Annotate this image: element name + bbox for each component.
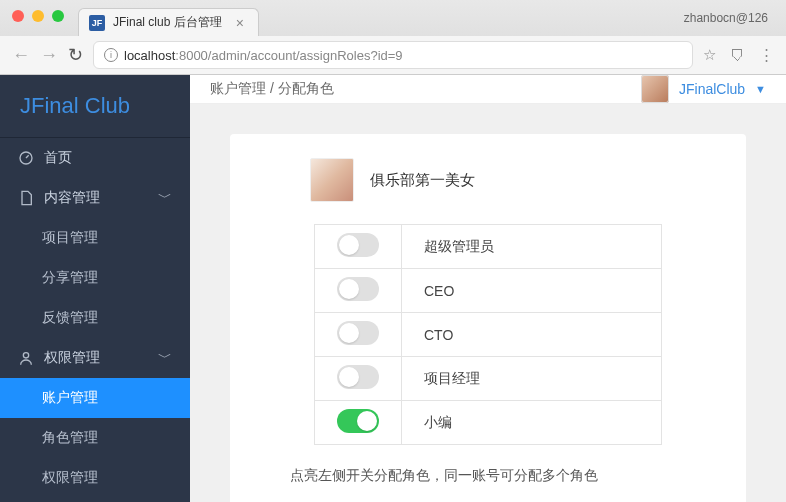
role-name: CTO (424, 327, 453, 343)
url-path: :8000/admin/account/assignRoles?id=9 (175, 48, 402, 63)
sidebar-item-shares[interactable]: 分享管理 (0, 258, 190, 298)
role-row: 项目经理 (315, 357, 662, 401)
header-user-menu[interactable]: JFinalClub ▼ (641, 75, 766, 103)
roles-table: 超级管理员CEOCTO项目经理小编 (314, 224, 662, 445)
avatar (310, 158, 354, 202)
hint-text: 点亮左侧开关分配角色，同一账号可分配多个角色 (290, 467, 696, 485)
browser-profile-text[interactable]: zhanbocn@126 (684, 11, 776, 25)
sidebar-item-label: 角色管理 (42, 429, 98, 447)
header-username: JFinalClub (679, 81, 745, 97)
address-bar[interactable]: i localhost:8000/admin/account/assignRol… (93, 41, 693, 69)
sidebar-item-roles[interactable]: 角色管理 (0, 418, 190, 458)
sidebar-item-label: 反馈管理 (42, 309, 98, 327)
document-icon (18, 190, 34, 206)
sidebar-item-label: 权限管理 (42, 469, 98, 487)
breadcrumb: 账户管理 / 分配角色 (210, 80, 334, 98)
sidebar-item-label: 内容管理 (44, 189, 100, 207)
role-name: 项目经理 (424, 370, 480, 386)
dashboard-icon (18, 150, 34, 166)
role-switch[interactable] (337, 277, 379, 301)
site-info-icon[interactable]: i (104, 48, 118, 62)
reload-button[interactable]: ↻ (68, 44, 83, 66)
role-switch[interactable] (337, 233, 379, 257)
sidebar-item-label: 项目管理 (42, 229, 98, 247)
sidebar-item-projects[interactable]: 项目管理 (0, 218, 190, 258)
sidebar-item-label: 分享管理 (42, 269, 98, 287)
role-switch[interactable] (337, 409, 379, 433)
back-button[interactable]: ← (12, 45, 30, 66)
minimize-window-icon[interactable] (32, 10, 44, 22)
browser-tab[interactable]: JF JFinal club 后台管理 × (78, 8, 259, 36)
menu-icon[interactable]: ⋮ (759, 46, 774, 64)
role-switch[interactable] (337, 365, 379, 389)
star-icon[interactable]: ☆ (703, 46, 716, 64)
sidebar-item-label: 权限管理 (44, 349, 100, 367)
url-host: localhost (124, 48, 175, 63)
forward-button[interactable]: → (40, 45, 58, 66)
sidebar-item-label: 账户管理 (42, 389, 98, 407)
sidebar-section-content[interactable]: 内容管理 ﹀ (0, 178, 190, 218)
svg-point-1 (23, 353, 28, 358)
browser-chrome: JF JFinal club 后台管理 × zhanbocn@126 ← → ↻… (0, 0, 786, 75)
role-switch[interactable] (337, 321, 379, 345)
close-window-icon[interactable] (12, 10, 24, 22)
role-name: CEO (424, 283, 454, 299)
tab-title: JFinal club 后台管理 (113, 14, 222, 31)
chevron-down-icon: ﹀ (158, 349, 172, 367)
role-row: CTO (315, 313, 662, 357)
tab-favicon: JF (89, 15, 105, 31)
content-header: 账户管理 / 分配角色 JFinalClub ▼ (190, 75, 786, 104)
sidebar: JFinal Club 首页 内容管理 ﹀ 项目管理 分享管理 反馈管理 (0, 75, 190, 502)
role-name: 小编 (424, 414, 452, 430)
window-controls[interactable] (12, 10, 64, 22)
sidebar-section-permission[interactable]: 权限管理 ﹀ (0, 338, 190, 378)
close-tab-icon[interactable]: × (236, 15, 244, 31)
role-row: 超级管理员 (315, 225, 662, 269)
role-assignment-card: 俱乐部第一美女 超级管理员CEOCTO项目经理小编 点亮左侧开关分配角色，同一账… (230, 134, 746, 502)
avatar (641, 75, 669, 103)
sidebar-item-permissions[interactable]: 权限管理 (0, 458, 190, 498)
role-row: CEO (315, 269, 662, 313)
sidebar-item-label: 首页 (44, 149, 72, 167)
zoom-window-icon[interactable] (52, 10, 64, 22)
role-row: 小编 (315, 401, 662, 445)
shield-icon[interactable]: ⛉ (730, 47, 745, 64)
profile-nickname: 俱乐部第一美女 (370, 171, 475, 190)
sidebar-item-feedback[interactable]: 反馈管理 (0, 298, 190, 338)
caret-down-icon: ▼ (755, 83, 766, 95)
sidebar-item-accounts[interactable]: 账户管理 (0, 378, 190, 418)
chevron-down-icon: ﹀ (158, 189, 172, 207)
sidebar-item-home[interactable]: 首页 (0, 138, 190, 178)
user-icon (18, 350, 34, 366)
brand-title[interactable]: JFinal Club (0, 75, 190, 138)
role-name: 超级管理员 (424, 238, 494, 254)
